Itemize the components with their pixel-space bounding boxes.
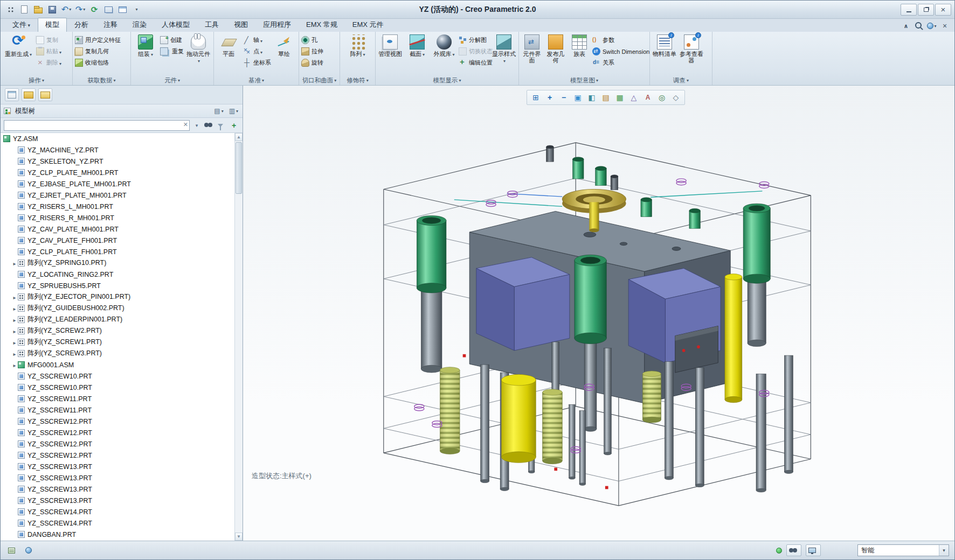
delete-button[interactable]: 删除 xyxy=(36,58,61,67)
window-cascade-icon[interactable] xyxy=(102,3,115,16)
copy-button[interactable]: 复制 xyxy=(36,36,61,45)
model-tree-item[interactable]: YZ_CAV_PLATE_FH001.PRT xyxy=(1,235,234,246)
mold-assembly-3d-render[interactable] xyxy=(243,86,954,535)
expand-icon[interactable] xyxy=(11,305,18,312)
model-tree-item[interactable]: 阵列(YZ_LEADERPIN001.PRT) xyxy=(1,314,234,325)
expand-icon[interactable] xyxy=(11,339,18,346)
group-label-operations[interactable]: 操作 xyxy=(1,75,72,85)
ribbon-tab[interactable]: 渲染 xyxy=(125,18,154,32)
graphics-area[interactable]: ⊞+−▣◧▤▦△A◎◇ 造型状态:主样式(+) xyxy=(243,86,954,541)
regenerate-button[interactable]: 重新生成 xyxy=(3,34,34,58)
model-tree-item[interactable]: 阵列(YZ_GUIDEBUSH002.PRT) xyxy=(1,303,234,314)
model-tree-item[interactable]: YZ_SSCREW10.PRT xyxy=(1,370,234,382)
search-dropdown-icon[interactable] xyxy=(191,120,202,131)
model-tree-item[interactable]: YZ_SSCREW12.PRT xyxy=(1,450,234,461)
navigator-toggle-icon[interactable] xyxy=(6,544,19,556)
navigator-show-icon[interactable] xyxy=(5,88,19,101)
new-window-icon[interactable] xyxy=(116,3,129,16)
find-icon[interactable] xyxy=(204,120,214,131)
model-tree-item[interactable]: YZ_SSCREW14.PRT xyxy=(1,517,234,529)
model-tree-item[interactable]: YZ_SPRUEBUSH5.PRT xyxy=(1,280,234,291)
sketch-button[interactable]: 草绘 xyxy=(272,34,296,57)
model-tree-item[interactable]: YZ_EJBASE_PLATE_MH001.PRT xyxy=(1,178,234,190)
switch-dimensions-button[interactable]: Switch Dimensions xyxy=(592,47,647,56)
appearances-button[interactable]: 外观库 xyxy=(432,34,456,58)
model-tree-item[interactable]: YZ_SSCREW12.PRT xyxy=(1,427,234,438)
resource-options-icon[interactable] xyxy=(926,21,937,31)
datum-plane-button[interactable]: 平面 xyxy=(216,34,241,57)
model-tree-item[interactable]: YZ.ASM xyxy=(1,133,234,144)
model-tree-item[interactable]: YZ_SSCREW14.PRT xyxy=(1,506,234,517)
model-tree-item[interactable]: YZ_CAV_PLATE_MH001.PRT xyxy=(1,223,234,235)
ribbon-search-icon[interactable] xyxy=(914,21,924,31)
udf-button[interactable]: 用户定义特征 xyxy=(75,36,121,45)
tree-columns-icon[interactable] xyxy=(228,106,239,116)
app-menu-icon[interactable] xyxy=(4,3,17,16)
datum-axis-button[interactable]: 轴 xyxy=(243,36,269,45)
hole-button[interactable]: 孔 xyxy=(301,36,323,45)
family-table-button[interactable]: 族表 xyxy=(569,34,590,57)
model-tree-item[interactable]: YZ_SSCREW11.PRT xyxy=(1,393,234,404)
group-label-modifiers[interactable]: 修饰符 xyxy=(340,75,375,85)
filter-icon[interactable] xyxy=(216,120,227,131)
model-tree-item[interactable]: YZ_CLP_PLATE_MH001.PRT xyxy=(1,167,234,178)
model-tree-item[interactable]: YZ_RISERS_R_MH001.PRT xyxy=(1,212,234,223)
customize-quick-access-icon[interactable] xyxy=(130,3,143,16)
model-tree-item[interactable]: YZ_SSCREW10.PRT xyxy=(1,382,234,393)
component-interface-button[interactable]: 元件界面 xyxy=(521,34,543,64)
group-label-model-display[interactable]: 模型显示 xyxy=(376,75,518,85)
ribbon-tab[interactable]: 文件 xyxy=(5,18,38,32)
tree-scrollbar[interactable]: ▲ ▼ xyxy=(234,133,243,541)
ribbon-tab[interactable]: 工具 xyxy=(197,18,226,32)
expand-icon[interactable] xyxy=(11,361,18,369)
ribbon-tab[interactable]: 应用程序 xyxy=(255,18,299,32)
expand-icon[interactable] xyxy=(11,293,18,301)
parameters-button[interactable]: 参数 xyxy=(592,36,647,45)
datum-csys-button[interactable]: 坐标系 xyxy=(243,58,269,67)
expand-icon[interactable] xyxy=(11,260,18,267)
model-tree-item[interactable]: 阵列(YZ_SCREW2.PRT) xyxy=(1,325,234,337)
paste-button[interactable]: 粘贴 xyxy=(36,47,61,56)
ribbon-tab[interactable]: 注释 xyxy=(96,18,125,32)
find-tool-button[interactable] xyxy=(786,544,801,556)
shrinkwrap-button[interactable]: 收缩包络 xyxy=(75,58,121,67)
close-button[interactable] xyxy=(935,4,951,16)
model-tree-item[interactable]: MFG0001.ASM xyxy=(1,359,234,370)
minimize-button[interactable] xyxy=(901,4,917,16)
spin-center-icon[interactable]: ◎ xyxy=(655,92,668,103)
ribbon-tab[interactable]: EMX 元件 xyxy=(345,18,391,32)
model-tree-item[interactable]: YZ_SSCREW12.PRT xyxy=(1,416,234,427)
model-tree-item[interactable]: YZ_SSCREW12.PRT xyxy=(1,438,234,450)
clear-search-icon[interactable]: ✕ xyxy=(183,122,188,128)
model-tree-item[interactable]: YZ_SKELETON_YZ.PRT xyxy=(1,156,234,167)
group-label-investigate[interactable]: 调查 xyxy=(650,75,712,85)
saved-orientations-icon[interactable]: ▤ xyxy=(599,92,612,103)
copy-geometry-button[interactable]: 复制几何 xyxy=(75,47,121,56)
selection-filter-combobox[interactable]: 智能 ▾ xyxy=(857,544,949,556)
regenerate-small-icon[interactable] xyxy=(88,3,101,16)
manage-views-button[interactable]: 管理视图 xyxy=(378,34,403,57)
switch-state-button[interactable]: 切换状态 xyxy=(459,47,489,56)
model-tree-item[interactable]: YZ_SSCREW11.PRT xyxy=(1,404,234,416)
model-tree-search-input[interactable] xyxy=(4,120,190,131)
expand-icon[interactable] xyxy=(11,327,18,335)
undo-icon[interactable] xyxy=(60,3,73,16)
display-style-button[interactable]: 显示样式 xyxy=(492,34,516,65)
ribbon-tab[interactable]: 视图 xyxy=(226,18,255,32)
repeat-button[interactable]: 重复 xyxy=(160,47,184,56)
publish-geometry-button[interactable]: 发布几何 xyxy=(545,34,566,64)
scroll-thumb[interactable] xyxy=(236,142,242,194)
explode-view-button[interactable]: 分解图 xyxy=(459,36,489,45)
scroll-down-icon[interactable]: ▼ xyxy=(235,533,243,541)
annotations-display-icon[interactable]: A xyxy=(641,92,654,103)
group-label-datum[interactable]: 基准 xyxy=(214,75,299,85)
model-tree-item[interactable]: 阵列(YZ_EJECTOR_PIN001.PRT) xyxy=(1,291,234,303)
edit-position-button[interactable]: 编辑位置 xyxy=(459,58,489,67)
model-tree-item[interactable]: YZ_SSCREW13.PRT xyxy=(1,461,234,472)
tree-filters-icon[interactable] xyxy=(213,106,224,116)
expand-icon[interactable] xyxy=(11,350,18,358)
create-component-button[interactable]: 创建 xyxy=(160,36,184,45)
repaint-icon[interactable]: ▣ xyxy=(571,92,584,103)
model-tree-item[interactable]: 阵列(YZ_SCREW3.PRT) xyxy=(1,348,234,359)
view-manager-icon[interactable]: ▦ xyxy=(613,92,626,103)
